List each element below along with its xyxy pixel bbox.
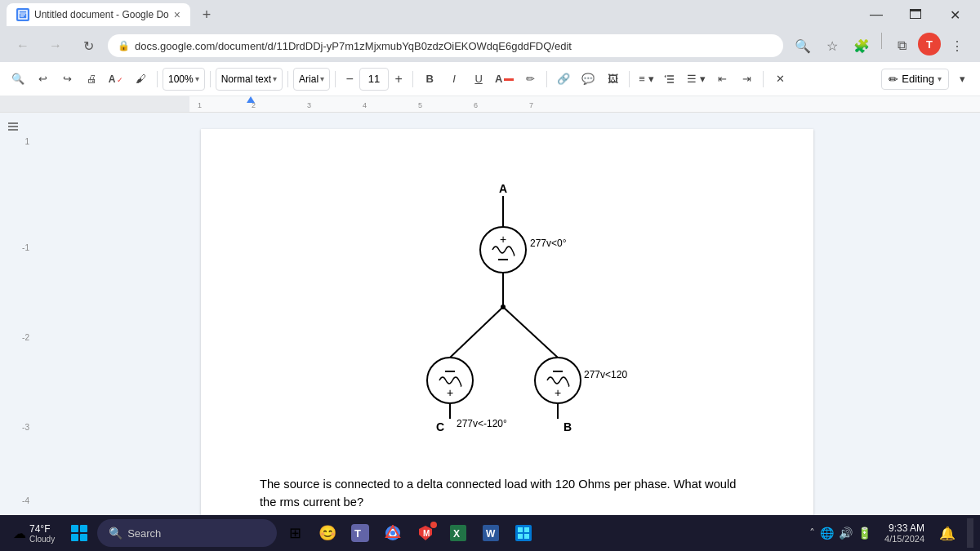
- text-color-btn[interactable]: A: [492, 67, 517, 91]
- taskbar-chrome-icon[interactable]: [378, 518, 408, 548]
- font-size-increase-btn[interactable]: +: [390, 68, 408, 91]
- notification-btn[interactable]: 🔔: [934, 520, 960, 546]
- link-btn[interactable]: 🔗: [552, 67, 575, 91]
- circuit-container: A +: [260, 178, 755, 455]
- voltage-label-top: 277v<0°: [530, 238, 567, 249]
- svg-rect-48: [524, 534, 529, 539]
- font-size-value[interactable]: 11: [359, 68, 389, 91]
- ruler-margin-left: [0, 96, 189, 112]
- mcafee-badge: [430, 522, 437, 528]
- redo-btn[interactable]: ↪: [56, 67, 78, 91]
- svg-rect-46: [524, 527, 529, 532]
- indent-less-btn[interactable]: ⇤: [710, 67, 733, 91]
- taskbar: ☁ 74°F Cloudy 🔍 Search ⊞ 😊: [0, 515, 980, 551]
- pencil-icon: ✏: [889, 73, 898, 86]
- browser-tab[interactable]: Untitled document - Google Do ×: [7, 3, 190, 26]
- paragraph-style-label: Normal text: [221, 73, 271, 85]
- list-btn[interactable]: ☰ ▾: [684, 67, 709, 91]
- outline-icon[interactable]: [7, 121, 20, 136]
- doc-page[interactable]: A +: [201, 129, 813, 515]
- taskbar-teams-icon[interactable]: T: [345, 518, 375, 548]
- svg-rect-47: [518, 534, 523, 539]
- weather-widget[interactable]: ☁ 74°F Cloudy: [7, 523, 61, 544]
- font-size-decrease-btn[interactable]: −: [341, 68, 359, 91]
- browser-search-btn[interactable]: 🔍: [790, 33, 816, 59]
- font-dropdown[interactable]: Arial ▾: [293, 68, 330, 91]
- format-toolbar: 🔍 ↩ ↪ 🖨 A ✓ 🖌 100% ▾ Normal text ▾ Arial: [0, 62, 980, 96]
- svg-line-24: [450, 307, 503, 358]
- taskbar-apps-icon[interactable]: ⊞: [280, 518, 310, 548]
- start-btn[interactable]: [65, 518, 94, 548]
- profile-btn[interactable]: T: [918, 33, 941, 56]
- ruler: 1 2 3 4 5 6 7: [0, 96, 980, 113]
- voltage-label-left: 277v<-120°: [457, 418, 507, 429]
- image-btn[interactable]: 🖼: [601, 67, 624, 91]
- highlight-btn[interactable]: ✏: [519, 67, 541, 91]
- label-c: C: [436, 420, 444, 433]
- speaker-icon[interactable]: 🔊: [839, 527, 853, 540]
- svg-text:T: T: [354, 527, 361, 540]
- zoom-chevron: ▾: [195, 74, 199, 83]
- show-desktop-btn[interactable]: [967, 518, 973, 548]
- network-icon[interactable]: 🌐: [820, 527, 834, 540]
- font-label: Arial: [299, 73, 318, 85]
- new-tab-btn[interactable]: +: [195, 3, 218, 26]
- line-spacing-btn[interactable]: [659, 67, 682, 91]
- clear-format-btn[interactable]: ✕: [768, 67, 791, 91]
- forward-btn[interactable]: →: [42, 33, 69, 59]
- extension-btn[interactable]: 🧩: [849, 33, 875, 59]
- page-num-4: -3: [22, 423, 29, 432]
- align-btn[interactable]: ≡ ▾: [635, 67, 657, 91]
- print-btn[interactable]: 🖨: [80, 67, 103, 91]
- address-bar[interactable]: 🔒 docs.google.com/document/d/11DrdDDj-yP…: [108, 34, 783, 57]
- system-clock[interactable]: 9:33 AM 4/15/2024: [878, 522, 931, 544]
- paragraph-style-dropdown[interactable]: Normal text ▾: [216, 68, 283, 91]
- zoom-dropdown[interactable]: 100% ▾: [163, 68, 205, 91]
- taskbar-search[interactable]: 🔍 Search: [97, 519, 277, 547]
- tab-close-btn[interactable]: ×: [174, 8, 180, 21]
- tab-icon: [16, 8, 29, 21]
- close-btn[interactable]: ✕: [936, 0, 973, 29]
- page-num-2: -1: [22, 243, 29, 252]
- editing-label: Editing: [902, 73, 934, 85]
- search-toolbar-btn[interactable]: 🔍: [7, 67, 29, 91]
- taskbar-mcafee-icon[interactable]: M: [411, 518, 440, 548]
- taskbar-misc-icon[interactable]: [509, 518, 538, 548]
- taskbar-excel-icon[interactable]: X: [443, 518, 473, 548]
- clock-date: 4/15/2024: [884, 534, 924, 544]
- taskbar-word-icon[interactable]: W: [476, 518, 506, 548]
- refresh-btn[interactable]: ↻: [75, 33, 101, 59]
- ruler-inner: 1 2 3 4 5 6 7: [189, 96, 980, 112]
- color-a-label: A: [495, 73, 502, 85]
- bookmark-btn[interactable]: ☆: [819, 33, 845, 59]
- paint-format-btn[interactable]: 🖌: [129, 67, 152, 91]
- window-btn[interactable]: ⧉: [889, 33, 915, 59]
- taskbar-emoji-icon[interactable]: 😊: [313, 518, 342, 548]
- bold-btn[interactable]: B: [418, 67, 441, 91]
- page-num-1: 1: [24, 137, 29, 146]
- windows-logo: [71, 525, 87, 541]
- doc-text[interactable]: The source is connected to a delta conne…: [260, 475, 755, 515]
- battery-icon[interactable]: 🔋: [858, 527, 871, 540]
- chevron-tray-icon[interactable]: ˄: [809, 527, 815, 540]
- indent-more-btn[interactable]: ⇥: [735, 67, 758, 91]
- italic-btn[interactable]: I: [443, 67, 466, 91]
- svg-line-25: [503, 307, 558, 358]
- svg-marker-14: [247, 96, 255, 103]
- spellcheck-btn[interactable]: A ✓: [105, 67, 127, 91]
- underline-btn[interactable]: U: [467, 67, 490, 91]
- taskbar-search-icon: 🔍: [109, 527, 122, 540]
- collapse-toolbar-btn[interactable]: ▾: [951, 67, 973, 91]
- comment-btn[interactable]: 💬: [577, 67, 599, 91]
- svg-text:+: +: [500, 233, 506, 246]
- editing-mode-btn[interactable]: ✏ Editing ▾: [881, 69, 949, 90]
- back-btn[interactable]: ←: [10, 33, 36, 59]
- minimize-btn[interactable]: —: [858, 0, 895, 29]
- more-btn[interactable]: ⋮: [944, 33, 970, 59]
- svg-text:3: 3: [307, 101, 311, 109]
- undo-btn[interactable]: ↩: [31, 67, 54, 91]
- doc-area[interactable]: A +: [34, 113, 980, 515]
- clock-time: 9:33 AM: [889, 522, 924, 534]
- zoom-value: 100%: [168, 73, 194, 85]
- maximize-btn[interactable]: 🗖: [897, 0, 934, 29]
